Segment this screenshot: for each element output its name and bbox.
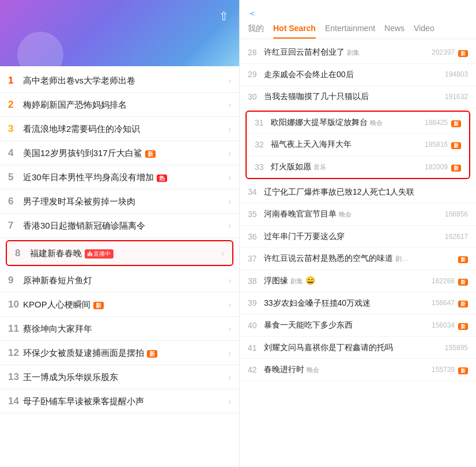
hot-badge: 热 [157,174,167,182]
item-rank: 4 [8,147,23,159]
tab-video[interactable]: Video [414,24,435,39]
tab-entertainment[interactable]: Entertainment [325,24,375,39]
highlighted-item-wrapper: 8福建新春春晚 直播中› [6,240,233,266]
list-item[interactable]: 1高中老师出卷vs大学老师出卷› [0,69,239,93]
right-item-rank: 28 [248,48,264,57]
right-list-item[interactable]: 33灯火版如愿音乐182009新 [247,156,469,178]
new-badge: 新 [93,302,104,309]
right-item-text: 福气夜上天入海拜大年 [271,139,421,150]
right-list: 28许红豆回云苗村创业了剧集202397新29走亲戚会不会终止在00后19480… [240,39,476,467]
right-list-item[interactable]: 37许红豆说云苗村是熟悉的空气的味道剧…新 [240,248,476,270]
list-item[interactable]: 6男子理发时耳朵被剪掉一块肉› [0,189,239,214]
right-item-text: 暴食一天能吃下多少东西 [264,320,428,331]
list-item[interactable]: 10KPOP人心梗瞬间新› [0,293,239,317]
item-text: 王一博成为乐华娱乐股东 [23,371,225,383]
right-item-count: 182009 [425,163,448,171]
new-badge: 新 [458,298,468,308]
item-rank: 11 [8,323,23,335]
live-badge: 直播中 [85,249,114,259]
tab-hot-search[interactable]: Hot Search [273,24,316,39]
item-text: 男子理发时耳朵被剪掉一块肉 [23,195,225,207]
right-tabs: 我的Hot SearchEntertainmentNewsVideo [240,19,476,39]
highlighted-block: 31欧阳娜娜大提琴版绽放舞台晚会188425新32福气夜上天入海拜大年18581… [245,111,470,179]
list-item[interactable]: 8福建新春春晚 直播中› [7,241,232,265]
new-badge: 新 [458,253,468,264]
right-item-count: 156034 [432,321,455,329]
new-badge: 新 [145,150,156,158]
right-item-text: 欧阳娜娜大提琴版绽放舞台晚会 [271,117,421,128]
sub-tag: 剧集 [290,278,303,284]
right-list-item[interactable]: 32福气夜上天入海拜大年185816新 [247,134,469,156]
item-text: 近30年日本男性平均身高没有增加热 [23,171,225,183]
right-item-count: 194803 [445,70,468,78]
right-list-item[interactable]: 34辽宁化工厂爆炸事故已致12人死亡1人失联 [240,181,476,204]
right-item-text: 春晚进行时晚会 [264,364,428,375]
right-item-text: 河南春晚官宣节目单晚会 [264,208,441,220]
item-rank: 12 [8,347,23,359]
new-badge: 新 [458,365,468,375]
new-badge: 新 [451,139,461,150]
list-item[interactable]: 7香港30日起撤销新冠确诊隔离令› [0,214,239,238]
right-list-item[interactable]: 30当我去猫咖摸了几十只猫以后191632 [240,86,476,108]
right-item-text: 辽宁化工厂爆炸事故已致12人死亡1人失联 [264,187,468,198]
right-list-item[interactable]: 40暴食一天能吃下多少东西156034新 [240,314,476,337]
left-list: 1高中老师出卷vs大学老师出卷›2梅婷刷新国产恐怖妈妈排名›3看流浪地球2需要码… [0,66,239,467]
list-item[interactable]: 11蔡徐坤向大家拜年› [0,317,239,341]
right-list-item[interactable]: 35河南春晚官宣节目单晚会166856 [240,203,476,226]
tab-我的[interactable]: 我的 [248,24,264,39]
right-item-count: 155895 [445,344,468,352]
chevron-right-icon: › [228,324,231,333]
list-item[interactable]: 9原神新春短片鱼灯› [0,268,239,293]
tab-news[interactable]: News [384,24,405,39]
item-rank: 1 [8,75,23,86]
item-rank: 14 [8,396,23,407]
right-list-item[interactable]: 42春晚进行时晚会155739新 [240,359,476,381]
right-item-rank: 36 [248,232,264,241]
right-item-count: 202397 [432,48,455,56]
chevron-right-icon: › [221,249,224,258]
right-list-item[interactable]: 29走亲戚会不会终止在00后194803 [240,64,476,86]
new-badge: 新 [451,162,461,172]
chevron-right-icon: › [228,348,231,358]
sub-tag: 剧集 [347,49,360,56]
chevron-right-icon: › [228,300,231,309]
right-item-text: 走亲戚会不会终止在00后 [264,69,441,81]
right-list-item[interactable]: 31欧阳娜娜大提琴版绽放舞台晚会188425新 [247,112,469,134]
item-rank: 3 [8,123,23,135]
item-rank: 9 [8,275,23,286]
sub-tag: 晚会 [307,366,319,373]
item-text: KPOP人心梗瞬间新 [23,298,225,310]
right-item-count: 191632 [445,93,468,101]
chevron-right-icon: › [228,149,231,158]
list-item[interactable]: 12环保少女被质疑逮捕画面是摆拍新› [0,341,239,365]
item-rank: 7 [8,220,23,231]
chevron-left-icon: ＜ [248,8,256,19]
right-item-text: 33岁农妇金嗓子狂揽40万戏迷 [264,298,428,309]
right-list-item[interactable]: 3933岁农妇金嗓子狂揽40万戏迷156647新 [240,293,476,315]
item-rank: 5 [8,172,23,183]
share-icon[interactable]: ⇧ [219,9,229,23]
item-rank: 2 [8,99,23,111]
list-item[interactable]: 4美国12岁男孩钓到317斤大白鲨新› [0,141,239,165]
list-item[interactable]: 14母子卧铺车早读被乘客提醒小声› [0,389,239,413]
right-panel: ＜ 我的Hot SearchEntertainmentNewsVideo 28许… [239,0,476,467]
list-item[interactable]: 2梅婷刷新国产恐怖妈妈排名› [0,93,239,117]
right-list-item[interactable]: 36过年串门千万要这么穿162617 [240,226,476,248]
list-item[interactable]: 3看流浪地球2需要码住的冷知识› [0,117,239,141]
new-badge: 新 [147,350,157,358]
right-list-item[interactable]: 41刘耀文问马嘉祺你是丁程鑫请的托吗155895 [240,337,476,359]
item-text: 福建新春春晚 直播中 [30,247,218,259]
right-item-rank: 42 [248,365,264,374]
item-text: 环保少女被质疑逮捕画面是摆拍新 [23,347,225,359]
left-header: ⇧ [0,0,239,66]
right-list-item[interactable]: 38浮图缘剧集😄162268新 [240,270,476,293]
list-item[interactable]: 13王一博成为乐华娱乐股东› [0,365,239,389]
item-rank: 6 [8,196,23,207]
chevron-right-icon: › [228,221,231,230]
back-button[interactable]: ＜ [248,8,258,19]
right-item-text: 许红豆说云苗村是熟悉的空气的味道剧… [264,253,455,264]
list-item[interactable]: 5近30年日本男性平均身高没有增加热› [0,165,239,189]
right-list-item[interactable]: 28许红豆回云苗村创业了剧集202397新 [240,41,476,64]
right-item-count: 185816 [425,141,448,149]
right-item-rank: 33 [255,162,271,172]
